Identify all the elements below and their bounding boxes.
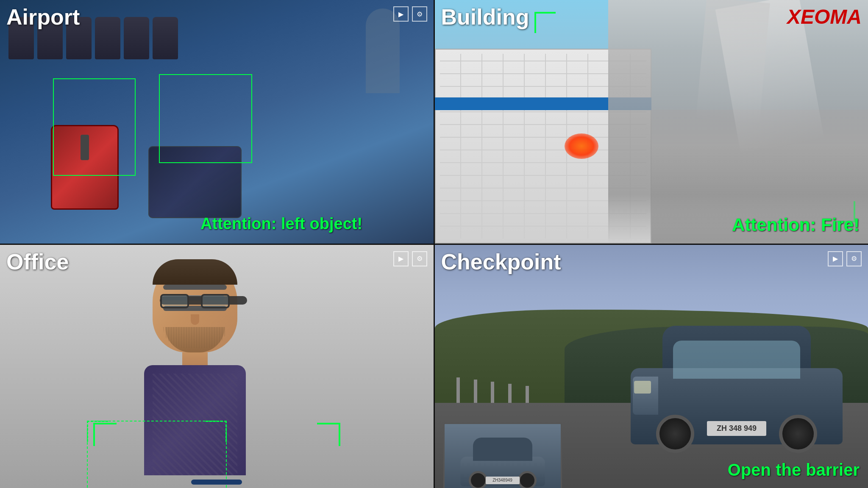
building-label: Building (441, 4, 529, 30)
detection-box-1 (53, 78, 136, 176)
airport-play-button[interactable]: ▶ (393, 6, 409, 22)
office-controls: ▶ ⚙ (393, 251, 427, 266)
checkpoint-settings-button[interactable]: ⚙ (846, 251, 862, 266)
building-background (435, 0, 868, 244)
checkpoint-cell: ZH 348 949 ZH348949 (435, 245, 868, 488)
airport-background (0, 0, 434, 244)
building-cell: Building XEOMA Attention: Fire! (435, 0, 868, 244)
checkpoint-background: ZH 348 949 ZH348949 (435, 245, 868, 488)
office-cell: Employee 1 Recognition accuracy: 76% Off… (0, 245, 434, 488)
office-play-button[interactable]: ▶ (393, 251, 409, 266)
airport-settings-button[interactable]: ⚙ (412, 6, 427, 22)
building-corner-tl (534, 12, 556, 33)
xeoma-logo: XEOMA (787, 5, 862, 28)
main-grid: Airport ▶ ⚙ Attention: left object! Buil… (0, 0, 868, 488)
office-background: Employee 1 Recognition accuracy: 76% (0, 245, 434, 488)
airport-alert: Attention: left object! (200, 215, 362, 233)
main-car: ZH 348 949 (631, 326, 843, 444)
person-head (153, 259, 237, 352)
office-label: Office (6, 249, 69, 274)
airport-cell: Airport ▶ ⚙ Attention: left object! (0, 0, 434, 244)
airport-label: Airport (6, 4, 80, 30)
checkpoint-alert: Open the barrier (728, 460, 860, 480)
car-thumbnail: ZH348949 (443, 423, 562, 488)
office-settings-button[interactable]: ⚙ (412, 251, 427, 266)
airport-controls: ▶ ⚙ (393, 6, 427, 22)
fire-element (565, 133, 598, 159)
checkpoint-controls: ▶ ⚙ (828, 251, 862, 266)
detection-box-2 (159, 74, 252, 163)
scrollbar[interactable] (191, 480, 242, 485)
building-alert: Attention: Fire! (732, 215, 860, 235)
checkpoint-play-button[interactable]: ▶ (828, 251, 843, 266)
checkpoint-label: Checkpoint (441, 249, 561, 274)
